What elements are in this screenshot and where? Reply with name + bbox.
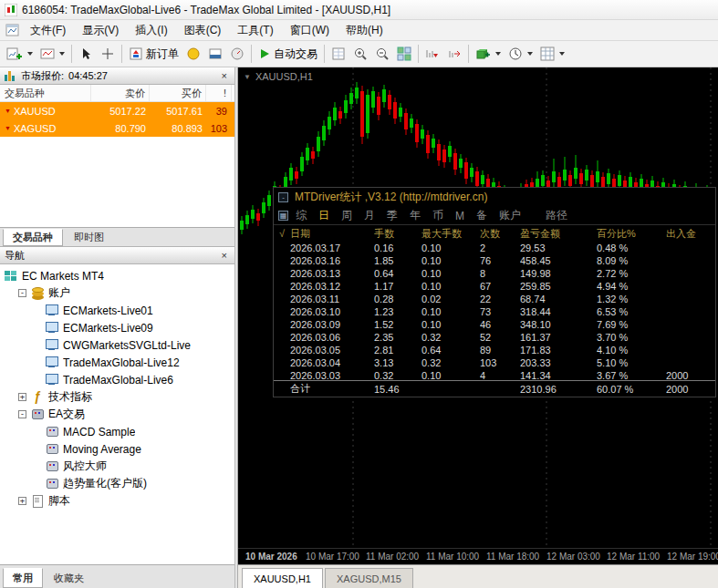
candle-body bbox=[563, 170, 567, 181]
tree-item-label: CWGMarketsSVGLtd-Live bbox=[63, 339, 191, 352]
tree-item-label: 脚本 bbox=[48, 493, 70, 509]
toolbar-separator bbox=[418, 45, 419, 63]
candle-body bbox=[585, 170, 588, 181]
tree-item[interactable]: ECMarkets-Live01 bbox=[0, 302, 234, 319]
stats-tab[interactable]: 日 bbox=[318, 208, 329, 223]
menu-item[interactable]: 文件(F) bbox=[22, 20, 74, 41]
stats-cell: 76 bbox=[480, 255, 520, 266]
stats-tab[interactable]: 账户 bbox=[499, 208, 521, 223]
chart-collapse-icon[interactable]: ▼ bbox=[244, 73, 251, 81]
autotrading-button[interactable]: 自动交易 bbox=[255, 43, 321, 65]
market-watch-icon bbox=[5, 71, 16, 81]
menu-item[interactable]: 图表(C) bbox=[176, 20, 230, 41]
expander-minus-icon[interactable]: - bbox=[18, 410, 26, 418]
market-watch-tab[interactable]: 即时图 bbox=[64, 229, 114, 246]
stats-row: 2026.03.121.170.1067259.854.94 % bbox=[274, 280, 715, 293]
zoom-out-button[interactable] bbox=[371, 43, 393, 65]
tree-item[interactable]: +脚本 bbox=[0, 492, 234, 510]
tree-item[interactable]: 风控大师 bbox=[0, 458, 234, 475]
cursor-button[interactable] bbox=[75, 43, 97, 65]
menu-item[interactable]: 帮助(H) bbox=[338, 20, 391, 41]
expander-minus-icon[interactable]: - bbox=[18, 289, 26, 297]
candle-body bbox=[245, 215, 249, 224]
data-window-button[interactable] bbox=[328, 43, 349, 65]
stats-tab[interactable]: 备 bbox=[476, 208, 487, 223]
auto-scroll-button[interactable] bbox=[421, 43, 443, 65]
stats-grid-icon[interactable]: ▦ bbox=[278, 211, 288, 221]
chart-shift-button[interactable] bbox=[443, 43, 465, 65]
stats-cell: 1.52 bbox=[374, 319, 421, 330]
navigator-tab[interactable]: 常用 bbox=[3, 568, 43, 588]
candle-body bbox=[300, 157, 304, 171]
market-watch-row[interactable]: ▼XAUUSD5017.225017.6139 bbox=[0, 102, 234, 119]
market-watch-close-button[interactable]: × bbox=[219, 70, 230, 81]
fx-icon bbox=[30, 390, 45, 404]
zoom-in-button[interactable] bbox=[349, 43, 371, 65]
tree-item[interactable]: 趋势量化(客户版) bbox=[0, 475, 234, 492]
ea-icon bbox=[30, 407, 45, 421]
stats-cell: 0.32 bbox=[374, 370, 421, 380]
tree-item[interactable]: -账户 bbox=[0, 284, 234, 302]
chart-tab[interactable]: XAUUSD,H1 bbox=[242, 568, 323, 588]
candle-body bbox=[415, 124, 419, 142]
tree-item[interactable]: ECMarkets-Live09 bbox=[0, 319, 234, 336]
stats-tab[interactable]: 月 bbox=[364, 208, 375, 223]
market-watch-row[interactable]: ▼XAGUSD80.79080.893103 bbox=[0, 119, 234, 137]
stats-tab[interactable]: 币 bbox=[432, 208, 443, 223]
tree-item[interactable]: Moving Average bbox=[0, 440, 234, 458]
tree-item[interactable]: TradeMaxGlobal-Live12 bbox=[0, 354, 234, 371]
chart-canvas[interactable]: ▼ XAUUSD,H1 - MTDriver统计 ,V3.12 (http://… bbox=[238, 67, 718, 564]
candle-body bbox=[432, 139, 435, 148]
menu-item[interactable]: 显示(V) bbox=[74, 20, 127, 41]
terminal-button[interactable] bbox=[204, 43, 226, 65]
dropdown-caret bbox=[59, 52, 65, 56]
indicators-button[interactable] bbox=[472, 43, 505, 65]
stats-cell: 3.70 % bbox=[597, 332, 666, 343]
tree-item[interactable]: CWGMarketsSVGLtd-Live bbox=[0, 336, 234, 354]
menu-item[interactable]: 工具(T) bbox=[229, 20, 281, 41]
indicators-cube-icon bbox=[475, 46, 491, 61]
clock-icon bbox=[508, 46, 523, 61]
new-order-button[interactable]: 新订单 bbox=[125, 43, 182, 65]
expander-plus-icon[interactable]: + bbox=[18, 497, 26, 505]
chart-tab[interactable]: XAGUSD,M15 bbox=[325, 568, 413, 588]
time-axis[interactable]: 10 Mar 202610 Mar 17:0011 Mar 02:0011 Ma… bbox=[238, 548, 718, 564]
market-watch-tab[interactable]: 交易品种 bbox=[3, 229, 63, 246]
tree-item[interactable]: TradeMaxGlobal-Live6 bbox=[0, 371, 234, 388]
market-button[interactable] bbox=[182, 43, 204, 65]
autotrading-play-icon bbox=[258, 47, 271, 60]
new-chart-button[interactable] bbox=[3, 43, 36, 65]
timeframes-button[interactable] bbox=[505, 43, 536, 65]
market-watch-title: 市场报价: bbox=[21, 69, 64, 83]
candle-body bbox=[590, 175, 594, 188]
menu-item[interactable]: 插入(I) bbox=[127, 20, 175, 41]
strategy-tester-button[interactable] bbox=[226, 43, 248, 65]
stats-tab[interactable]: M bbox=[455, 210, 464, 222]
tree-item[interactable]: -EA交易 bbox=[0, 406, 234, 423]
stats-minimize-icon[interactable]: - bbox=[278, 192, 288, 202]
stats-cell: 68.74 bbox=[520, 294, 597, 304]
templates-icon bbox=[540, 46, 555, 61]
stats-tab[interactable]: 季 bbox=[387, 208, 398, 223]
menu-item[interactable]: 窗口(W) bbox=[282, 20, 338, 41]
stats-tab[interactable]: 年 bbox=[410, 208, 421, 223]
price-down-arrow-icon: ▼ bbox=[5, 125, 11, 131]
expander-plus-icon[interactable]: + bbox=[18, 393, 26, 401]
profiles-button[interactable] bbox=[36, 43, 68, 65]
templates-button[interactable] bbox=[536, 43, 568, 65]
tree-item-label: EA交易 bbox=[48, 407, 85, 422]
stats-tab[interactable]: 综 bbox=[296, 208, 307, 223]
navigator-close-button[interactable]: × bbox=[219, 250, 230, 261]
candle-body bbox=[442, 150, 446, 162]
stats-cell: 0.64 bbox=[374, 268, 421, 279]
stats-row: 2026.03.110.280.022268.741.32 % bbox=[274, 293, 715, 305]
tree-item[interactable]: MACD Sample bbox=[0, 423, 234, 440]
tree-item[interactable]: EC Markets MT4 bbox=[0, 267, 234, 284]
stats-tab[interactable]: 路径 bbox=[546, 208, 567, 223]
crosshair-button[interactable] bbox=[97, 43, 119, 65]
candle-body bbox=[459, 159, 463, 168]
stats-tab[interactable]: 周 bbox=[341, 208, 352, 223]
tile-windows-button[interactable] bbox=[393, 43, 415, 65]
navigator-tab[interactable]: 收藏夹 bbox=[44, 568, 94, 588]
tree-item[interactable]: +技术指标 bbox=[0, 388, 234, 406]
